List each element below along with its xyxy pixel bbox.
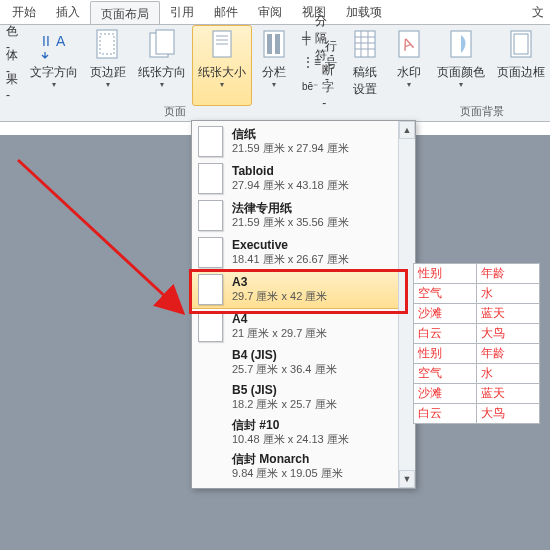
paper-size-option-4[interactable]: A329.7 厘米 x 42 厘米 [192, 271, 415, 308]
paper-size-option-8[interactable]: 信封 #1010.48 厘米 x 24.13 厘米 [192, 415, 415, 450]
table-cell[interactable]: 水 [477, 364, 540, 384]
option-size: 29.7 厘米 x 42 厘米 [232, 290, 327, 304]
tab-addins[interactable]: 加载项 [336, 0, 392, 24]
page-color-label: 页面颜色 [437, 64, 485, 81]
orientation-button[interactable]: 纸张方向▾ [132, 25, 192, 105]
option-name: Tabloid [232, 164, 349, 179]
hyphenation-button[interactable]: bē⁻断字 - [302, 76, 337, 96]
option-name: B4 (JIS) [232, 348, 337, 363]
option-name: 信纸 [232, 127, 349, 142]
option-name: A3 [232, 275, 327, 290]
margins-button[interactable]: 页边距▾ [84, 25, 132, 105]
tab-references[interactable]: 引用 [160, 0, 204, 24]
page-color-button[interactable]: 页面颜色▾ [431, 25, 491, 105]
option-name: 信封 Monarch [232, 452, 343, 467]
columns-icon [258, 29, 290, 61]
table-cell[interactable]: 蓝天 [477, 384, 540, 404]
option-size: 18.2 厘米 x 25.7 厘米 [232, 398, 337, 412]
table-cell[interactable]: 年龄 [477, 264, 540, 284]
paper-settings-icon [349, 29, 381, 61]
paper-size-option-7[interactable]: B5 (JIS)18.2 厘米 x 25.7 厘米 [192, 380, 415, 415]
group-setup-label: 页面 [164, 104, 186, 119]
table-cell[interactable]: 水 [477, 284, 540, 304]
paper-size-option-6[interactable]: B4 (JIS)25.7 厘米 x 36.4 厘米 [192, 345, 415, 380]
themes-partial: 色 - 体 - 果 - [0, 25, 24, 121]
page-borders-button[interactable]: 页面边框 [491, 25, 550, 105]
page-color-icon [445, 29, 477, 61]
tab-review[interactable]: 审阅 [248, 0, 292, 24]
theme-fonts[interactable]: 体 - [6, 52, 18, 72]
tab-mailings[interactable]: 邮件 [204, 0, 248, 24]
watermark-label: 水印 [397, 64, 421, 81]
option-size: 21.59 厘米 x 27.94 厘米 [232, 142, 349, 156]
table-cell[interactable]: 白云 [414, 404, 477, 424]
svg-rect-12 [275, 34, 280, 54]
svg-rect-13 [355, 31, 375, 57]
option-name: 法律专用纸 [232, 201, 349, 216]
text-direction-icon: IIA [38, 29, 70, 61]
text-direction-button[interactable]: IIA 文字方向▾ [24, 25, 84, 105]
table-cell[interactable]: 大鸟 [477, 324, 540, 344]
scrollbar-up-arrow[interactable]: ▲ [399, 121, 415, 139]
theme-effects[interactable]: 果 - [6, 76, 18, 96]
paper-size-option-3[interactable]: Executive18.41 厘米 x 26.67 厘米 [192, 234, 415, 271]
scrollbar-down-arrow[interactable]: ▼ [399, 470, 415, 488]
orientation-icon [146, 29, 178, 61]
columns-button[interactable]: 分栏▾ [252, 25, 296, 105]
paper-size-dropdown: 信纸21.59 厘米 x 27.94 厘米Tabloid27.94 厘米 x 4… [191, 120, 416, 489]
table-cell[interactable]: 空气 [414, 364, 477, 384]
page-icon [198, 126, 223, 157]
table-cell[interactable]: 空气 [414, 284, 477, 304]
svg-text:II: II [42, 33, 50, 49]
svg-rect-5 [156, 30, 174, 54]
paper-size-option-2[interactable]: 法律专用纸21.59 厘米 x 35.56 厘米 [192, 197, 415, 234]
page-icon [198, 200, 223, 231]
tab-page-layout[interactable]: 页面布局 [90, 1, 160, 24]
breaks-icon: ╪ [302, 31, 311, 45]
page-borders-label: 页面边框 [497, 64, 545, 81]
table-cell[interactable]: 蓝天 [477, 304, 540, 324]
table-cell[interactable]: 性别 [414, 264, 477, 284]
option-name: Executive [232, 238, 349, 253]
paper-size-option-0[interactable]: 信纸21.59 厘米 x 27.94 厘米 [192, 123, 415, 160]
size-icon [206, 29, 238, 61]
table-cell[interactable]: 沙滩 [414, 304, 477, 324]
paper-settings-label: 稿纸 设置 [353, 64, 377, 98]
option-size: 10.48 厘米 x 24.13 厘米 [232, 433, 349, 447]
table-cell[interactable]: 白云 [414, 324, 477, 344]
text-direction-label: 文字方向 [30, 64, 78, 81]
table-cell[interactable]: 年龄 [477, 344, 540, 364]
table-cell[interactable]: 沙滩 [414, 384, 477, 404]
ribbon-tabs: 开始 插入 页面布局 引用 邮件 审阅 视图 加载项 文 [0, 0, 550, 25]
title-partial: 文 [532, 4, 544, 21]
breaks-group: ╪分隔符 - ⋮≡行号 - bē⁻断字 - [296, 25, 343, 121]
paper-size-option-9[interactable]: 信封 Monarch9.84 厘米 x 19.05 厘米 [192, 449, 415, 484]
size-label: 纸张大小 [198, 64, 246, 81]
table-cell[interactable]: 性别 [414, 344, 477, 364]
columns-label: 分栏 [262, 64, 286, 81]
line-numbers-icon: ⋮≡ [302, 55, 321, 69]
size-button[interactable]: 纸张大小▾ [192, 25, 252, 106]
tab-home[interactable]: 开始 [2, 0, 46, 24]
table-row: 白云大鸟 [414, 324, 540, 344]
option-size: 25.7 厘米 x 36.4 厘米 [232, 363, 337, 377]
option-name: 信封 #10 [232, 418, 349, 433]
table-cell[interactable]: 大鸟 [477, 404, 540, 424]
option-size: 21.59 厘米 x 35.56 厘米 [232, 216, 349, 230]
page-borders-icon [505, 29, 537, 61]
paper-size-option-5[interactable]: A421 厘米 x 29.7 厘米 [192, 308, 415, 345]
margins-label: 页边距 [90, 64, 126, 81]
page-icon [198, 274, 223, 305]
option-name: A4 [232, 312, 327, 327]
table-row: 白云大鸟 [414, 404, 540, 424]
theme-colors[interactable]: 色 - [6, 28, 18, 48]
tab-insert[interactable]: 插入 [46, 0, 90, 24]
watermark-button[interactable]: A 水印▾ [387, 25, 431, 105]
option-name: B5 (JIS) [232, 383, 337, 398]
paper-size-option-1[interactable]: Tabloid27.94 厘米 x 43.18 厘米 [192, 160, 415, 197]
option-size: 21 厘米 x 29.7 厘米 [232, 327, 327, 341]
paper-settings-button[interactable]: 稿纸 设置 [343, 25, 387, 105]
ribbon: 色 - 体 - 果 - IIA 文字方向▾ 页边距▾ 纸张方向▾ 纸张大小▾ 分… [0, 25, 550, 122]
page-icon [198, 237, 223, 268]
page-icon [198, 311, 223, 342]
